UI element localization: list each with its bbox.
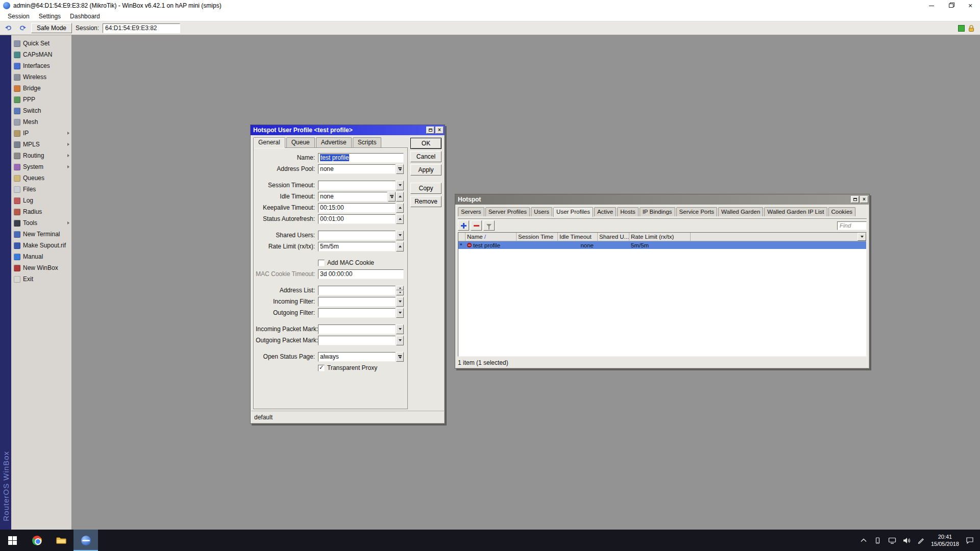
restore-button[interactable] [941, 0, 961, 11]
status-autorefresh-up-button[interactable] [396, 214, 404, 224]
sidebar-item[interactable]: Routing [11, 150, 71, 161]
dialog-tab[interactable]: Scripts [353, 137, 382, 147]
ok-button[interactable]: OK [410, 138, 442, 149]
mac-cookie-timeout-input[interactable]: 3d 00:00:00 [318, 269, 404, 279]
address-pool-dropdown-button[interactable] [396, 164, 404, 174]
keepalive-timeout-up-button[interactable] [396, 203, 404, 213]
outgoing-filter-dropdown-button[interactable] [396, 308, 404, 318]
hotspot-tab[interactable]: Walled Garden IP List [764, 207, 827, 216]
apply-button[interactable]: Apply [410, 164, 442, 176]
dialog-tab[interactable]: Advertise [316, 137, 352, 147]
taskbar-clock[interactable]: 20:41 15/05/2018 [931, 533, 959, 547]
hotspot-maximize-button[interactable] [851, 196, 859, 203]
rate-limit-up-button[interactable] [396, 242, 404, 252]
open-status-page-input[interactable]: always [318, 352, 396, 362]
hotspot-tab[interactable]: Server Profiles [485, 207, 530, 216]
hotspot-window-titlebar[interactable]: Hotspot × [455, 194, 869, 205]
battery-icon[interactable] [874, 537, 881, 544]
network-icon[interactable] [888, 537, 896, 544]
hotspot-tab[interactable]: User Profiles [553, 207, 593, 217]
incoming-filter-dropdown-button[interactable] [396, 297, 404, 307]
remove-button[interactable]: Remove [410, 196, 442, 207]
sidebar-item[interactable]: Interfaces [11, 60, 71, 71]
dialog-tab[interactable]: General [253, 137, 285, 148]
taskbar-explorer-button[interactable] [49, 530, 74, 551]
sidebar-item[interactable]: System [11, 161, 71, 172]
table-row[interactable]: * test profile none 5m/5m [458, 241, 866, 249]
sidebar-item[interactable]: Mesh [11, 116, 71, 128]
sidebar-item[interactable]: Manual [11, 251, 71, 262]
incoming-packet-mark-input[interactable] [318, 324, 396, 334]
remove-item-button[interactable] [471, 220, 482, 231]
sidebar-item[interactable]: Radius [11, 206, 71, 217]
sidebar-item[interactable]: Files [11, 184, 71, 195]
menu-item[interactable]: Settings [34, 11, 65, 21]
menu-item[interactable]: Dashboard [65, 11, 105, 21]
sidebar-item[interactable]: PPP [11, 94, 71, 105]
close-button[interactable]: × [961, 0, 980, 11]
sidebar-item[interactable]: Quick Set [11, 38, 71, 49]
sidebar-item[interactable]: IP [11, 128, 71, 139]
rate-limit-input[interactable]: 5m/5m [318, 242, 396, 252]
shared-users-column-header[interactable]: Shared U... [598, 233, 629, 241]
address-list-spinner[interactable] [396, 286, 404, 295]
address-list-input[interactable] [318, 286, 396, 295]
sidebar-item[interactable]: Log [11, 195, 71, 206]
rate-limit-column-header[interactable]: Rate Limit (rx/tx) [629, 233, 691, 241]
hotspot-tab[interactable]: Servers [458, 207, 484, 216]
dialog-close-button[interactable]: × [435, 127, 444, 134]
minimize-button[interactable] [922, 0, 941, 11]
outgoing-filter-input[interactable] [318, 308, 396, 318]
sidebar-item[interactable]: Bridge [11, 83, 71, 94]
add-button[interactable] [458, 220, 469, 231]
column-chooser-button[interactable] [857, 233, 866, 241]
hotspot-tab[interactable]: Active [594, 207, 616, 216]
idle-timeout-up-button[interactable] [396, 192, 404, 202]
keepalive-timeout-input[interactable]: 00:15:00 [318, 203, 396, 213]
incoming-filter-input[interactable] [318, 297, 396, 307]
outgoing-packet-mark-dropdown-button[interactable] [396, 336, 404, 345]
name-column-header[interactable]: Name / [465, 233, 517, 241]
sidebar-item[interactable]: New WinBox [11, 262, 71, 273]
chevron-up-icon[interactable] [860, 537, 867, 543]
safe-mode-button[interactable]: Safe Mode [31, 23, 72, 33]
shared-users-input[interactable] [318, 231, 396, 240]
taskbar-chrome-button[interactable] [24, 530, 49, 551]
hotspot-tab[interactable]: Service Ports [676, 207, 717, 216]
dialog-tab[interactable]: Queue [286, 137, 315, 147]
incoming-packet-mark-dropdown-button[interactable] [396, 324, 404, 334]
address-pool-input[interactable]: none [318, 164, 396, 174]
sidebar-item[interactable]: Wireless [11, 71, 71, 83]
pen-icon[interactable] [917, 537, 924, 544]
volume-icon[interactable] [903, 537, 911, 544]
sidebar-item[interactable]: MPLS [11, 139, 71, 150]
idle-timeout-input[interactable]: none [318, 192, 387, 202]
dialog-titlebar[interactable]: Hotspot User Profile <test profile> × [251, 125, 445, 135]
hotspot-close-button[interactable]: × [860, 196, 868, 203]
status-autorefresh-input[interactable]: 00:01:00 [318, 214, 396, 224]
sidebar-item[interactable]: Make Supout.rif [11, 240, 71, 251]
session-timeout-input[interactable] [318, 181, 396, 190]
hotspot-tab[interactable]: Walled Garden [718, 207, 763, 216]
sidebar-item[interactable]: New Terminal [11, 229, 71, 240]
idle-timeout-dropdown-button[interactable] [388, 192, 396, 202]
idle-timeout-column-header[interactable]: Idle Timeout [558, 233, 598, 241]
sidebar-item[interactable]: CAPsMAN [11, 49, 71, 60]
sidebar-item[interactable]: Queues [11, 172, 71, 184]
action-center-icon[interactable] [966, 537, 974, 544]
session-input[interactable]: 64:D1:54:E9:E3:82 [103, 23, 180, 33]
sidebar-item[interactable]: Switch [11, 105, 71, 116]
window-titlebar[interactable]: admin@64:D1:54:E9:E3:82 (MikroTik) - Win… [0, 0, 980, 11]
session-timeout-dropdown-button[interactable] [396, 181, 404, 190]
add-mac-cookie-checkbox[interactable] [318, 260, 325, 266]
filter-button[interactable] [483, 220, 495, 231]
copy-button[interactable]: Copy [410, 183, 442, 194]
session-time-column-header[interactable]: Session Time [517, 233, 558, 241]
undo-icon[interactable] [4, 23, 14, 33]
hotspot-tab[interactable]: IP Bindings [640, 207, 675, 216]
flag-column-header[interactable] [458, 233, 465, 241]
shared-users-dropdown-button[interactable] [396, 231, 404, 240]
redo-icon[interactable] [17, 23, 28, 33]
dialog-maximize-button[interactable] [426, 127, 434, 134]
sidebar-item[interactable]: Exit [11, 273, 71, 285]
